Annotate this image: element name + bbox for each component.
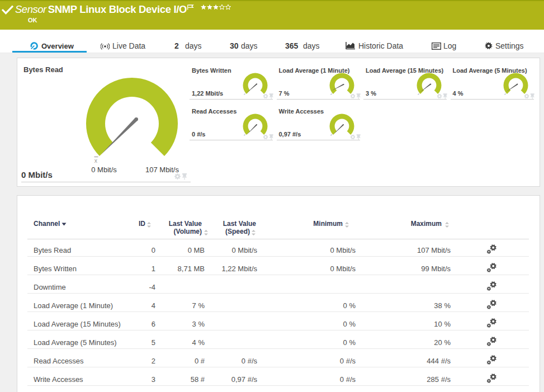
svg-text:x: x	[94, 157, 98, 164]
